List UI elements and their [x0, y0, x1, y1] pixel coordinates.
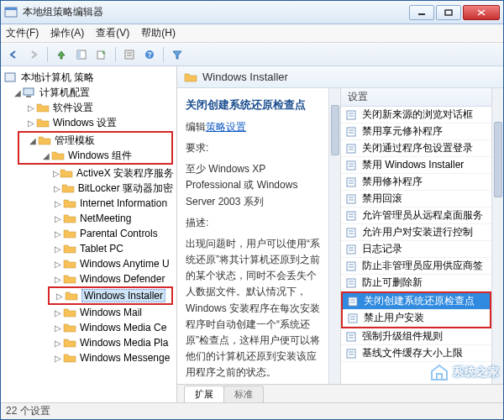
- tab-standard[interactable]: 标准: [223, 386, 264, 402]
- setting-item[interactable]: 强制升级组件规则: [341, 328, 491, 345]
- settings-list[interactable]: 关闭新来源的浏览对话框禁用享元修补程序关闭通过程序包设置登录禁用 Windows…: [341, 107, 491, 384]
- tree-root[interactable]: 本地计算机 策略: [1, 70, 176, 85]
- tree-item[interactable]: ▷Parental Controls: [1, 226, 176, 241]
- expand-icon[interactable]: ▷: [26, 103, 36, 113]
- menu-help[interactable]: 帮助(H): [141, 26, 176, 40]
- export-button[interactable]: [92, 45, 111, 64]
- expand-icon[interactable]: ▷: [53, 354, 63, 363]
- tree-item[interactable]: ▷Tablet PC: [1, 241, 176, 256]
- svg-rect-53: [349, 314, 357, 323]
- tree-item[interactable]: ▷Internet Information: [1, 196, 176, 211]
- folder-icon: [63, 273, 76, 285]
- svg-rect-29: [347, 178, 355, 186]
- setting-item[interactable]: 防止可删除新: [341, 275, 491, 291]
- close-button[interactable]: [463, 5, 500, 20]
- description-label: 描述:: [186, 215, 320, 231]
- folder-icon: [63, 197, 76, 209]
- setting-label: 关闭创建系统还原检查点: [364, 294, 475, 308]
- tree-item[interactable]: ▷Windows Defender: [1, 271, 176, 286]
- setting-item[interactable]: 允许管理员从远程桌面服务: [341, 207, 491, 224]
- tree-software-settings[interactable]: ▷ 软件设置: [1, 100, 176, 115]
- expand-icon[interactable]: ▷: [55, 291, 65, 301]
- setting-item[interactable]: 禁用享元修补程序: [341, 123, 491, 140]
- expand-icon[interactable]: ▷: [53, 275, 63, 284]
- tree-label: Windows 组件: [68, 149, 132, 163]
- expand-icon[interactable]: ▷: [53, 308, 63, 318]
- setting-item[interactable]: 禁用修补程序: [341, 174, 491, 191]
- filter-button[interactable]: [168, 45, 186, 64]
- tree-windows-components[interactable]: ◢ Windows 组件: [19, 148, 171, 163]
- setting-icon: [346, 277, 358, 289]
- tree-item[interactable]: ▷BitLocker 驱动器加密: [1, 181, 176, 196]
- expand-icon[interactable]: ▷: [53, 199, 63, 208]
- menu-action[interactable]: 操作(A): [50, 26, 84, 40]
- expand-icon[interactable]: ▷: [53, 229, 63, 239]
- tree-item[interactable]: ▷Windows Media Ce: [1, 320, 176, 335]
- setting-item[interactable]: 关闭创建系统还原检查点: [343, 293, 490, 310]
- back-button[interactable]: [4, 45, 23, 64]
- setting-item[interactable]: 关闭新来源的浏览对话框: [341, 107, 491, 123]
- tree-item[interactable]: ▷NetMeeting: [1, 211, 176, 226]
- tree-panel[interactable]: 本地计算机 策略 ◢ 计算机配置 ▷ 软件设置 ▷ Windows 设置 ◢: [1, 66, 177, 402]
- properties-button[interactable]: [120, 45, 139, 64]
- menu-view[interactable]: 查看(V): [96, 26, 129, 40]
- tree-item[interactable]: ▷Windows Media Pla: [1, 335, 176, 350]
- tree-computer-config[interactable]: ◢ 计算机配置: [1, 85, 176, 100]
- svg-rect-23: [347, 144, 355, 153]
- tree-label: Windows 设置: [53, 116, 117, 130]
- folder-icon: [63, 352, 76, 364]
- tree-item[interactable]: ▷Windows Anytime U: [1, 256, 176, 271]
- expand-icon[interactable]: ▷: [53, 339, 63, 348]
- collapse-icon[interactable]: ◢: [41, 151, 51, 160]
- setting-icon: [346, 176, 358, 188]
- status-bar: 22 个设置: [1, 402, 503, 419]
- collapse-icon[interactable]: ◢: [13, 88, 23, 97]
- tree-admin-templates[interactable]: ◢ 管理模板: [19, 133, 171, 148]
- settings-pane: 设置 关闭新来源的浏览对话框禁用享元修补程序关闭通过程序包设置登录禁用 Wind…: [340, 88, 491, 384]
- maximize-button[interactable]: [436, 5, 461, 20]
- collapse-icon[interactable]: ◢: [28, 136, 38, 145]
- expand-icon[interactable]: ▷: [53, 244, 63, 254]
- setting-item[interactable]: 防止非管理员应用供应商签: [341, 258, 491, 275]
- show-hide-tree-button[interactable]: [72, 45, 91, 64]
- help-button[interactable]: ?: [140, 45, 159, 64]
- setting-item[interactable]: 禁用回滚: [341, 191, 491, 207]
- menu-file[interactable]: 文件(F): [6, 26, 39, 40]
- tree-item-label: ActiveX 安装程序服务: [76, 166, 174, 181]
- expand-icon[interactable]: ▷: [53, 323, 63, 333]
- expand-icon[interactable]: ▷: [53, 260, 63, 269]
- tree-item[interactable]: ▷Windows Messenge: [1, 350, 176, 365]
- folder-icon: [63, 243, 76, 255]
- setting-label: 禁用回滚: [362, 192, 402, 206]
- expand-icon[interactable]: ▷: [53, 184, 61, 193]
- tab-extended[interactable]: 扩展: [184, 386, 224, 402]
- expand-icon[interactable]: ▷: [26, 118, 36, 128]
- up-button[interactable]: [52, 45, 71, 64]
- tree-item[interactable]: ▷Windows Mail: [1, 305, 176, 320]
- expand-icon[interactable]: ▷: [53, 169, 60, 178]
- setting-item[interactable]: 禁止用户安装: [343, 310, 490, 327]
- scrollbar[interactable]: [491, 88, 503, 384]
- svg-rect-14: [5, 73, 15, 81]
- tree-label: 本地计算机 策略: [21, 71, 94, 85]
- tree-item-label: Windows Media Pla: [80, 337, 168, 349]
- requirements-label: 要求:: [186, 140, 320, 156]
- edit-policy-link[interactable]: 策略设置: [206, 121, 246, 133]
- setting-item[interactable]: 日志记录: [341, 241, 491, 258]
- setting-item[interactable]: 禁用 Windows Installer: [341, 157, 491, 174]
- setting-item[interactable]: 关闭通过程序包设置登录: [341, 140, 491, 157]
- tree-item-label: NetMeeting: [80, 213, 131, 224]
- edit-label: 编辑: [186, 121, 206, 133]
- tree-windows-settings[interactable]: ▷ Windows 设置: [1, 115, 176, 130]
- forward-button[interactable]: [24, 45, 43, 64]
- setting-item[interactable]: 基线文件缓存大小上限: [341, 345, 491, 362]
- scrollbar[interactable]: [328, 88, 340, 384]
- svg-rect-35: [347, 212, 355, 220]
- setting-item[interactable]: 允许用户对安装进行控制: [341, 224, 491, 241]
- setting-label: 强制升级组件规则: [362, 329, 443, 344]
- tree-item[interactable]: ▷ActiveX 安装程序服务: [1, 165, 176, 181]
- minimize-button[interactable]: [409, 5, 434, 20]
- setting-icon: [346, 109, 358, 121]
- expand-icon[interactable]: ▷: [53, 214, 63, 223]
- tree-item[interactable]: ▷Windows Installer: [50, 288, 171, 303]
